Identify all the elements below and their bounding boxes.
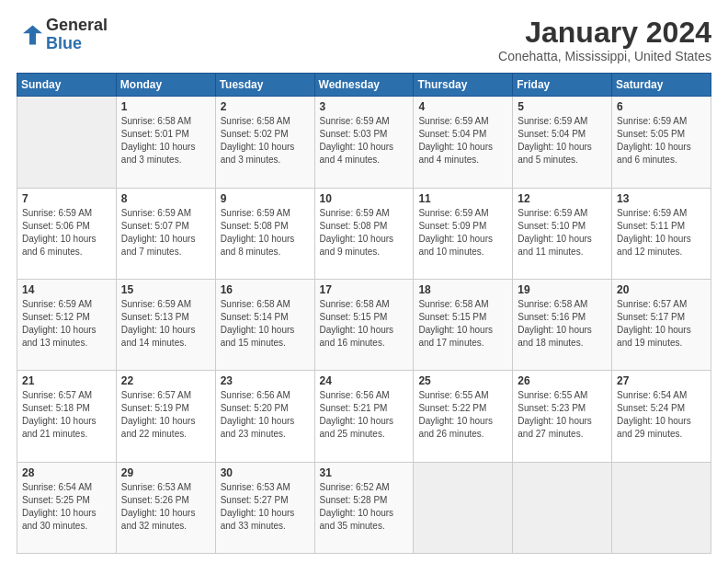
logo-icon xyxy=(17,22,42,48)
day-number: 1 xyxy=(121,100,210,113)
day-number: 2 xyxy=(221,100,310,113)
header-saturday: Saturday xyxy=(612,74,711,97)
logo-text: General Blue xyxy=(46,17,108,53)
day-number: 4 xyxy=(418,100,507,113)
calendar-cell: 22Sunrise: 6:57 AM Sunset: 5:19 PM Dayli… xyxy=(116,371,215,462)
day-info: Sunrise: 6:59 AM Sunset: 5:10 PM Dayligh… xyxy=(518,207,607,259)
day-info: Sunrise: 6:52 AM Sunset: 5:28 PM Dayligh… xyxy=(320,481,409,533)
day-number: 16 xyxy=(221,283,310,296)
day-number: 26 xyxy=(518,374,607,387)
day-number: 11 xyxy=(418,192,507,205)
day-info: Sunrise: 6:58 AM Sunset: 5:15 PM Dayligh… xyxy=(320,298,409,350)
calendar-cell: 15Sunrise: 6:59 AM Sunset: 5:13 PM Dayli… xyxy=(116,279,215,370)
day-number: 17 xyxy=(320,283,409,296)
calendar-cell: 3Sunrise: 6:59 AM Sunset: 5:03 PM Daylig… xyxy=(314,97,414,188)
header-row: Sunday Monday Tuesday Wednesday Thursday… xyxy=(17,74,711,97)
logo-blue-text: Blue xyxy=(46,34,82,52)
day-number: 27 xyxy=(617,374,706,387)
day-info: Sunrise: 6:59 AM Sunset: 5:13 PM Dayligh… xyxy=(121,298,210,350)
day-info: Sunrise: 6:53 AM Sunset: 5:27 PM Dayligh… xyxy=(221,481,310,533)
day-info: Sunrise: 6:55 AM Sunset: 5:23 PM Dayligh… xyxy=(518,389,607,441)
day-number: 8 xyxy=(121,192,210,205)
day-info: Sunrise: 6:59 AM Sunset: 5:06 PM Dayligh… xyxy=(22,207,111,259)
day-info: Sunrise: 6:59 AM Sunset: 5:11 PM Dayligh… xyxy=(617,207,706,259)
svg-marker-0 xyxy=(23,25,42,44)
calendar-cell: 8Sunrise: 6:59 AM Sunset: 5:07 PM Daylig… xyxy=(116,188,215,279)
calendar-cell: 9Sunrise: 6:59 AM Sunset: 5:08 PM Daylig… xyxy=(215,188,314,279)
day-info: Sunrise: 6:57 AM Sunset: 5:17 PM Dayligh… xyxy=(617,298,706,350)
page: General Blue January 2024 Conehatta, Mis… xyxy=(0,0,728,563)
day-info: Sunrise: 6:59 AM Sunset: 5:08 PM Dayligh… xyxy=(320,207,409,259)
calendar-cell: 7Sunrise: 6:59 AM Sunset: 5:06 PM Daylig… xyxy=(17,188,117,279)
day-number: 3 xyxy=(320,100,409,113)
day-number: 9 xyxy=(221,192,310,205)
logo: General Blue xyxy=(17,17,108,53)
day-number: 13 xyxy=(617,192,706,205)
calendar-cell: 10Sunrise: 6:59 AM Sunset: 5:08 PM Dayli… xyxy=(314,188,414,279)
calendar-cell: 5Sunrise: 6:59 AM Sunset: 5:04 PM Daylig… xyxy=(513,97,612,188)
calendar-title: January 2024 xyxy=(498,17,711,49)
calendar-cell: 31Sunrise: 6:52 AM Sunset: 5:28 PM Dayli… xyxy=(314,462,414,553)
calendar-cell: 2Sunrise: 6:58 AM Sunset: 5:02 PM Daylig… xyxy=(215,97,314,188)
day-info: Sunrise: 6:55 AM Sunset: 5:22 PM Dayligh… xyxy=(418,389,507,441)
calendar-cell: 24Sunrise: 6:56 AM Sunset: 5:21 PM Dayli… xyxy=(314,371,414,462)
day-info: Sunrise: 6:56 AM Sunset: 5:21 PM Dayligh… xyxy=(320,389,409,441)
day-info: Sunrise: 6:57 AM Sunset: 5:18 PM Dayligh… xyxy=(22,389,111,441)
calendar-cell: 30Sunrise: 6:53 AM Sunset: 5:27 PM Dayli… xyxy=(215,462,314,553)
day-info: Sunrise: 6:58 AM Sunset: 5:15 PM Dayligh… xyxy=(418,298,507,350)
day-info: Sunrise: 6:59 AM Sunset: 5:05 PM Dayligh… xyxy=(617,115,706,167)
calendar-cell xyxy=(17,97,117,188)
day-number: 29 xyxy=(121,466,210,479)
calendar-week-2: 7Sunrise: 6:59 AM Sunset: 5:06 PM Daylig… xyxy=(17,188,711,279)
header: General Blue January 2024 Conehatta, Mis… xyxy=(17,17,711,63)
day-info: Sunrise: 6:59 AM Sunset: 5:09 PM Dayligh… xyxy=(418,207,507,259)
calendar-body: 1Sunrise: 6:58 AM Sunset: 5:01 PM Daylig… xyxy=(17,97,711,554)
calendar-cell: 11Sunrise: 6:59 AM Sunset: 5:09 PM Dayli… xyxy=(414,188,513,279)
calendar-cell: 19Sunrise: 6:58 AM Sunset: 5:16 PM Dayli… xyxy=(513,279,612,370)
calendar-cell: 27Sunrise: 6:54 AM Sunset: 5:24 PM Dayli… xyxy=(612,371,711,462)
calendar-week-5: 28Sunrise: 6:54 AM Sunset: 5:25 PM Dayli… xyxy=(17,462,711,553)
calendar-cell xyxy=(414,462,513,553)
calendar-cell: 14Sunrise: 6:59 AM Sunset: 5:12 PM Dayli… xyxy=(17,279,117,370)
day-number: 10 xyxy=(320,192,409,205)
day-info: Sunrise: 6:59 AM Sunset: 5:08 PM Dayligh… xyxy=(221,207,310,259)
day-info: Sunrise: 6:58 AM Sunset: 5:01 PM Dayligh… xyxy=(121,115,210,167)
day-info: Sunrise: 6:53 AM Sunset: 5:26 PM Dayligh… xyxy=(121,481,210,533)
day-number: 21 xyxy=(22,374,111,387)
day-info: Sunrise: 6:58 AM Sunset: 5:02 PM Dayligh… xyxy=(221,115,310,167)
calendar-cell: 4Sunrise: 6:59 AM Sunset: 5:04 PM Daylig… xyxy=(414,97,513,188)
logo-general-text: General xyxy=(46,16,108,34)
day-info: Sunrise: 6:59 AM Sunset: 5:12 PM Dayligh… xyxy=(22,298,111,350)
day-info: Sunrise: 6:59 AM Sunset: 5:03 PM Dayligh… xyxy=(320,115,409,167)
calendar-cell: 6Sunrise: 6:59 AM Sunset: 5:05 PM Daylig… xyxy=(612,97,711,188)
calendar-subtitle: Conehatta, Mississippi, United States xyxy=(498,49,711,63)
day-info: Sunrise: 6:59 AM Sunset: 5:07 PM Dayligh… xyxy=(121,207,210,259)
calendar-table: Sunday Monday Tuesday Wednesday Thursday… xyxy=(17,73,711,554)
calendar-cell: 20Sunrise: 6:57 AM Sunset: 5:17 PM Dayli… xyxy=(612,279,711,370)
day-number: 5 xyxy=(518,100,607,113)
day-number: 7 xyxy=(22,192,111,205)
calendar-cell: 12Sunrise: 6:59 AM Sunset: 5:10 PM Dayli… xyxy=(513,188,612,279)
day-number: 22 xyxy=(121,374,210,387)
day-number: 23 xyxy=(221,374,310,387)
title-block: January 2024 Conehatta, Mississippi, Uni… xyxy=(498,17,711,63)
calendar-cell: 29Sunrise: 6:53 AM Sunset: 5:26 PM Dayli… xyxy=(116,462,215,553)
day-info: Sunrise: 6:58 AM Sunset: 5:14 PM Dayligh… xyxy=(221,298,310,350)
day-number: 18 xyxy=(418,283,507,296)
day-number: 24 xyxy=(320,374,409,387)
header-friday: Friday xyxy=(513,74,612,97)
calendar-header: Sunday Monday Tuesday Wednesday Thursday… xyxy=(17,74,711,97)
header-sunday: Sunday xyxy=(17,74,117,97)
calendar-cell xyxy=(612,462,711,553)
header-thursday: Thursday xyxy=(414,74,513,97)
day-number: 15 xyxy=(121,283,210,296)
day-number: 30 xyxy=(221,466,310,479)
day-info: Sunrise: 6:59 AM Sunset: 5:04 PM Dayligh… xyxy=(518,115,607,167)
calendar-cell: 1Sunrise: 6:58 AM Sunset: 5:01 PM Daylig… xyxy=(116,97,215,188)
day-number: 20 xyxy=(617,283,706,296)
calendar-week-1: 1Sunrise: 6:58 AM Sunset: 5:01 PM Daylig… xyxy=(17,97,711,188)
calendar-cell: 21Sunrise: 6:57 AM Sunset: 5:18 PM Dayli… xyxy=(17,371,117,462)
day-info: Sunrise: 6:59 AM Sunset: 5:04 PM Dayligh… xyxy=(418,115,507,167)
day-info: Sunrise: 6:58 AM Sunset: 5:16 PM Dayligh… xyxy=(518,298,607,350)
day-info: Sunrise: 6:54 AM Sunset: 5:24 PM Dayligh… xyxy=(617,389,706,441)
